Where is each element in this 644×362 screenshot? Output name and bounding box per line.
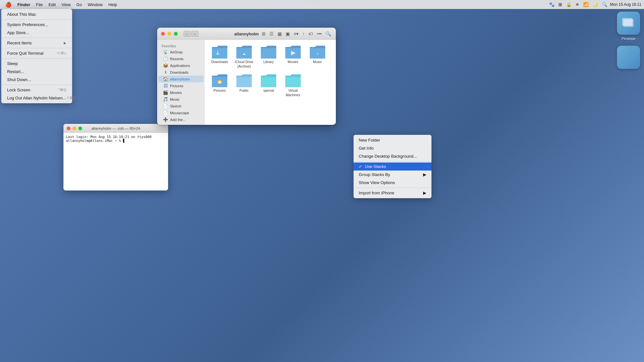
desktop-stack-1[interactable] [617,12,640,35]
finder-close-button[interactable] [161,32,165,36]
sidebar-item-pictures[interactable]: 🖼 Pictures [158,82,204,89]
sidebar-item-music[interactable]: 🎵 Music [158,96,204,103]
finder-share-button[interactable]: ↑ [301,31,306,37]
svg-rect-6 [622,18,632,26]
ctx-import-from-iphone[interactable]: Import from iPhone ▶ [354,189,431,197]
terminal-minimize-button[interactable] [72,126,76,130]
sidebar-icloud-label: iCloud [157,123,205,125]
sidebar-item-airdrop[interactable]: 📡 AirDrop [158,49,204,55]
folder-icloud-archive-icon: ☁ [236,45,252,59]
finder-tag-button[interactable]: 🏷 [307,31,314,37]
ctx-new-folder[interactable]: New Folder [354,136,431,144]
sidebar-item-allannyholm[interactable]: 🏠 allannyholm [158,76,204,82]
finder-body: Favorites 📡 AirDrop 🕐 Recents 📦 Applicat… [157,40,336,125]
finder-list-view-button[interactable]: ☰ [268,31,275,37]
folder-pictures[interactable]: 🌅 Pictures [209,72,231,98]
finder-more-button[interactable]: ••• [316,31,323,37]
menu-divider-1 [1,19,72,20]
folder-icloud-archive[interactable]: ☁ iCloud Drive(Archive) [233,44,255,70]
terminal-close-button[interactable] [67,126,71,130]
folder-special[interactable]: special [258,72,279,98]
menubar-help[interactable]: Help [106,2,120,8]
menu-restart[interactable]: Restart... [1,68,72,76]
menubar-window[interactable]: Window [85,2,105,8]
finder-forward-button[interactable]: › [191,31,198,37]
menu-force-quit[interactable]: Force Quit Terminal ⌥⌘⎋ [1,49,72,57]
wifi-icon: 📶 [582,2,590,7]
folder-special-icon [260,74,277,88]
terminal-line1: Last login: Mon Aug 15 16:10:21 on ttys0… [66,135,166,139]
sidebar-item-mousecape[interactable]: 📄 Mousecape [158,109,204,116]
finder-maximize-button[interactable] [174,32,178,36]
ctx-group-stacks-by[interactable]: Group Stacks By ▶ [354,171,431,179]
sidebar-item-add[interactable]: ➕ Add the... [158,116,204,123]
svg-text:🌅: 🌅 [217,79,222,84]
finder-column-view-button[interactable]: ▦ [276,31,283,37]
menu-recent-items[interactable]: Recent Items ▶ [1,39,72,47]
finder-gallery-view-button[interactable]: ▣ [284,31,291,37]
folder-library[interactable]: Library [258,44,279,70]
ctx-get-info[interactable]: Get Info [354,144,431,152]
folder-movies-icon [285,45,301,59]
bluetooth-icon: ✳ [574,2,580,7]
menu-sleep[interactable]: Sleep [1,60,72,68]
sidebar-airdrop-label: AirDrop [170,50,183,54]
sidebar-movies-label: Movies [170,91,182,95]
moon-icon: 🌙 [592,2,599,7]
folder-movies-label: Movies [288,60,298,64]
folder-grid: Downloads ☁ iCloud Drive(Archive) [209,44,332,99]
desktop-stack-2[interactable] [617,46,640,69]
menubar-app-name[interactable]: Finder [15,2,33,8]
menu-lock-screen[interactable]: Lock Screen ^⌘Q [1,86,72,94]
airdrop-icon: 📡 [163,50,168,54]
menu-about-mac[interactable]: About This Mac [1,10,72,18]
apple-menu-button[interactable]: 🍎 [3,2,14,8]
music-icon: 🎵 [163,97,168,102]
menubar-file[interactable]: File [33,2,45,8]
menu-divider-4 [1,58,72,59]
sidebar-item-movies[interactable]: 🎬 Movies [158,89,204,96]
finder-window-title: allannyholm [234,32,259,36]
pictures-icon: 🖼 [163,83,168,88]
ctx-use-stacks[interactable]: ✓ Use Stacks [354,162,431,171]
menu-app-store[interactable]: App Store... [1,29,72,37]
ctx-show-view-options[interactable]: Show View Options [354,179,431,187]
desktop-stack-1-label: Pinstripe [613,37,644,41]
folder-music[interactable]: ♪ Music [307,44,328,70]
menubar-go[interactable]: Go [74,2,84,8]
terminal-body[interactable]: Last login: Mon Aug 15 16:10:21 on ttys0… [63,133,168,190]
sidebar-item-downloads[interactable]: ⬇ Downloads [158,69,204,76]
folder-movies[interactable]: Movies [282,44,304,70]
menu-system-prefs[interactable]: System Preferences... [1,21,72,29]
finder-search-button[interactable]: 🔍 [324,31,332,37]
folder-music-label: Music [313,60,322,64]
finder-back-button[interactable]: ‹ [184,31,191,37]
menubar-datetime: Mon 15 Aug 16:11 [610,2,641,7]
search-icon[interactable]: 🔍 [601,2,608,7]
folder-downloads[interactable]: Downloads [209,44,231,70]
finder-icon-view-button[interactable]: ⊞ [260,31,267,37]
menubar-view[interactable]: View [59,2,73,8]
sidebar-add-label: Add the... [170,118,186,122]
finder-sort-button[interactable]: ≡▾ [292,31,300,37]
context-menu: New Folder Get Info Change Desktop Backg… [354,135,431,198]
sidebar-item-recents[interactable]: 🕐 Recents [158,55,204,62]
menu-divider-3 [1,48,72,48]
ctx-divider-1 [354,161,431,162]
menu-logout[interactable]: Log Out Allan Nyholm Nielsen... ⇧⌘Q [1,94,72,102]
folder-virtual-machines-label: Virtual Machines [283,88,303,97]
sidebar-item-sketch[interactable]: 📄 Sketch [158,103,204,109]
terminal-window-title: allannyholm — -zsh — 80×24 [91,126,140,130]
terminal-maximize-button[interactable] [78,126,82,130]
folder-public[interactable]: Public [233,72,255,98]
menubar-edit[interactable]: Edit [46,2,58,8]
ctx-change-desktop-bg[interactable]: Change Desktop Background... [354,152,431,160]
sidebar-sketch-label: Sketch [170,104,181,108]
recents-icon: 🕐 [163,56,168,61]
folder-virtual-machines[interactable]: Virtual Machines [282,72,304,98]
sidebar-downloads-label: Downloads [170,70,188,74]
finder-minimize-button[interactable] [167,32,171,36]
terminal-titlebar: allannyholm — -zsh — 80×24 [63,124,168,133]
menu-shutdown[interactable]: Shut Down... [1,76,72,84]
sidebar-item-applications[interactable]: 📦 Applications [158,62,204,69]
